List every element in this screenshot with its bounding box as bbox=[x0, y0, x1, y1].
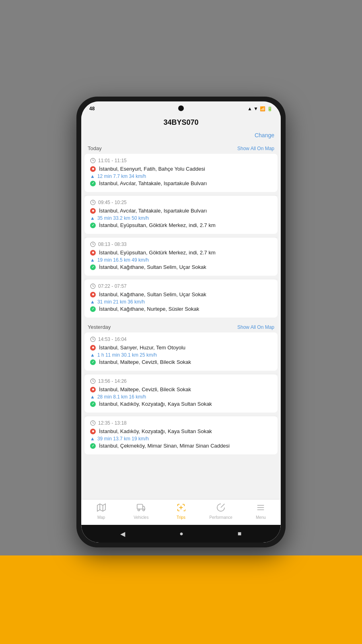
y-trip-time-text-1: 14:53 - 16:04 bbox=[98, 336, 127, 342]
back-button[interactable]: ◀ bbox=[120, 530, 125, 538]
yesterday-show-map[interactable]: Show All On Map bbox=[237, 324, 274, 330]
yesterday-trip-3[interactable]: 12:35 - 13:18 İstanbul, Kadıköy, Kozyata… bbox=[84, 416, 278, 454]
trip-start-dot-1 bbox=[90, 166, 96, 172]
y-trip-end-dot-1 bbox=[90, 359, 96, 365]
y-trip-time-text-3: 12:35 - 13:18 bbox=[98, 420, 127, 426]
trip-start-dot-4 bbox=[90, 292, 96, 297]
trip-from-loc-2: İstanbul, Avcılar, Tahtakale, Ispartakul… bbox=[99, 208, 207, 214]
trip-from-2: İstanbul, Avcılar, Tahtakale, Ispartakul… bbox=[90, 208, 272, 214]
trip-stats-text-1: 12 min 7.7 km 34 km/h bbox=[97, 173, 146, 179]
nav-performance-label: Performance bbox=[210, 515, 232, 520]
y-trip-to-2: İstanbul, Kadıköy, Kozyatağı, Kaya Sulta… bbox=[90, 401, 272, 407]
y-trip-stats-text-3: 39 min 13.7 km 19 km/h bbox=[97, 436, 149, 442]
nav-map-label: Map bbox=[97, 515, 105, 520]
nav-performance[interactable]: Performance bbox=[201, 503, 241, 520]
status-time: 48 bbox=[89, 106, 95, 111]
y-trip-to-loc-3: İstanbul, Çekmeköy, Mimar Sinan, Mimar S… bbox=[99, 443, 230, 449]
home-button[interactable]: ● bbox=[179, 530, 183, 537]
trip-time-text-2: 09:45 - 10:25 bbox=[98, 200, 127, 205]
y-trip-from-loc-2: İstanbul, Maltepe, Cevizli, Bilecik Soka… bbox=[99, 386, 191, 392]
status-icons: ▲ ▼ 📶 🔋 bbox=[247, 106, 273, 111]
trip-from-loc-1: İstanbul, Esenyurt, Fatih, Bahçe Yolu Ca… bbox=[99, 166, 205, 172]
today-show-map[interactable]: Show All On Map bbox=[237, 146, 274, 151]
trip-to-1: İstanbul, Avcılar, Tahtakale, Ispartakul… bbox=[90, 180, 272, 186]
trip-from-1: İstanbul, Esenyurt, Fatih, Bahçe Yolu Ca… bbox=[90, 166, 272, 172]
trip-stats-2: ▲ 35 min 33.2 km 50 km/h bbox=[90, 215, 272, 221]
trips-content: Today Show All On Map 11:01 - 11:15 İsta… bbox=[81, 142, 281, 499]
y-trip-from-loc-1: İstanbul, Sarıyer, Huzur, Tem Otoyolu bbox=[99, 345, 185, 351]
android-nav-bar: ◀ ● ■ bbox=[81, 525, 281, 543]
trip-stats-4: ▲ 31 min 21 km 36 km/h bbox=[90, 299, 272, 305]
change-button[interactable]: Change bbox=[255, 132, 274, 138]
y-trip-from-2: İstanbul, Maltepe, Cevizli, Bilecik Soka… bbox=[90, 386, 272, 392]
y-trip-stats-2: ▲ 28 min 8.1 km 16 km/h bbox=[90, 394, 272, 400]
trip-to-4: İstanbul, Kağıthane, Nurtepe, Süsler Sok… bbox=[90, 306, 272, 312]
y-trip-to-loc-2: İstanbul, Kadıköy, Kozyatağı, Kaya Sulta… bbox=[99, 401, 212, 407]
nav-vehicles[interactable]: Vehicles bbox=[121, 503, 161, 520]
nav-map[interactable]: Map bbox=[81, 503, 121, 520]
today-trip-1[interactable]: 11:01 - 11:15 İstanbul, Esenyurt, Fatih,… bbox=[84, 154, 278, 192]
y-trip-time-text-2: 13:56 - 14:26 bbox=[98, 378, 127, 384]
vehicles-icon bbox=[137, 503, 146, 514]
map-icon bbox=[97, 503, 106, 514]
nav-trips-label: Trips bbox=[177, 515, 185, 520]
trip-stats-3: ▲ 19 min 16.5 km 49 km/h bbox=[90, 257, 272, 263]
yesterday-trip-1[interactable]: 14:53 - 16:04 İstanbul, Sarıyer, Huzur, … bbox=[84, 332, 278, 371]
performance-icon bbox=[216, 503, 225, 514]
vehicle-id: 34BYS070 bbox=[88, 118, 274, 127]
trip-arrow-4: ▲ bbox=[90, 299, 95, 305]
y-trip-to-loc-1: İstanbul, Maltepe, Cevizli, Bilecik Soka… bbox=[99, 359, 191, 365]
trip-arrow-1: ▲ bbox=[90, 173, 95, 179]
trip-start-dot-3 bbox=[90, 250, 96, 256]
trip-to-2: İstanbul, Eyüpsultan, Göktürk Merkez, in… bbox=[90, 222, 272, 228]
svg-marker-7 bbox=[97, 504, 105, 511]
y-trip-stats-text-1: 1 h 11 min 30.1 km 25 km/h bbox=[97, 352, 157, 358]
trip-to-loc-2: İstanbul, Eyüpsultan, Göktürk Merkez, in… bbox=[99, 222, 216, 228]
y-trip-from-loc-3: İstanbul, Kadıköy, Kozyatağı, Kaya Sulta… bbox=[99, 428, 212, 434]
trip-end-dot-4 bbox=[90, 306, 96, 312]
change-link-container: Change bbox=[81, 130, 281, 142]
trip-time-2: 09:45 - 10:25 bbox=[90, 200, 272, 205]
trip-end-dot-2 bbox=[90, 223, 96, 228]
today-label: Today bbox=[88, 145, 102, 151]
svg-point-11 bbox=[138, 509, 140, 511]
trip-to-loc-1: İstanbul, Avcılar, Tahtakale, Ispartakul… bbox=[99, 180, 207, 186]
trip-start-dot-2 bbox=[90, 208, 96, 214]
svg-point-12 bbox=[142, 509, 144, 511]
trip-from-loc-3: İstanbul, Eyüpsultan, Göktürk Merkez, in… bbox=[99, 250, 216, 256]
y-trip-start-dot-2 bbox=[90, 387, 96, 392]
svg-rect-10 bbox=[137, 504, 143, 509]
today-trip-4[interactable]: 07:22 - 07:57 İstanbul, Kağıthane, Sulta… bbox=[84, 279, 278, 318]
camera-notch bbox=[178, 105, 184, 111]
trip-arrow-2: ▲ bbox=[90, 215, 95, 221]
today-trip-2[interactable]: 09:45 - 10:25 İstanbul, Avcılar, Tahtaka… bbox=[84, 196, 278, 234]
yesterday-label: Yesterday bbox=[88, 324, 111, 330]
nav-trips[interactable]: Trips bbox=[161, 503, 201, 520]
yesterday-trip-2[interactable]: 13:56 - 14:26 İstanbul, Maltepe, Cevizli… bbox=[84, 374, 278, 413]
trip-time-3: 08:13 - 08:33 bbox=[90, 242, 272, 247]
header: 34BYS070 bbox=[81, 114, 281, 130]
y-trip-to-1: İstanbul, Maltepe, Cevizli, Bilecik Soka… bbox=[90, 359, 272, 365]
recents-button[interactable]: ■ bbox=[238, 530, 242, 537]
y-trip-end-dot-3 bbox=[90, 443, 96, 449]
trip-stats-text-2: 35 min 33.2 km 50 km/h bbox=[97, 215, 149, 221]
nav-menu[interactable]: Menu bbox=[241, 503, 281, 520]
nav-menu-label: Menu bbox=[256, 515, 266, 520]
y-trip-arrow-1: ▲ bbox=[90, 352, 95, 358]
trip-time-4: 07:22 - 07:57 bbox=[90, 283, 272, 289]
y-trip-stats-1: ▲ 1 h 11 min 30.1 km 25 km/h bbox=[90, 352, 272, 358]
nav-vehicles-label: Vehicles bbox=[134, 515, 148, 520]
y-trip-time-1: 14:53 - 16:04 bbox=[90, 336, 272, 342]
trip-arrow-3: ▲ bbox=[90, 257, 95, 263]
today-trip-3[interactable]: 08:13 - 08:33 İstanbul, Eyüpsultan, Gökt… bbox=[84, 237, 278, 276]
trip-from-3: İstanbul, Eyüpsultan, Göktürk Merkez, in… bbox=[90, 250, 272, 256]
trip-stats-text-3: 19 min 16.5 km 49 km/h bbox=[97, 257, 149, 263]
menu-icon bbox=[256, 503, 265, 514]
y-trip-start-dot-1 bbox=[90, 345, 96, 351]
trips-icon bbox=[177, 503, 185, 514]
y-trip-stats-3: ▲ 39 min 13.7 km 19 km/h bbox=[90, 436, 272, 442]
trip-time-text-3: 08:13 - 08:33 bbox=[98, 242, 127, 247]
bottom-nav: Map Vehicles Trips bbox=[81, 499, 281, 525]
trip-stats-text-4: 31 min 21 km 36 km/h bbox=[97, 299, 145, 305]
today-section-header: Today Show All On Map bbox=[81, 142, 281, 154]
